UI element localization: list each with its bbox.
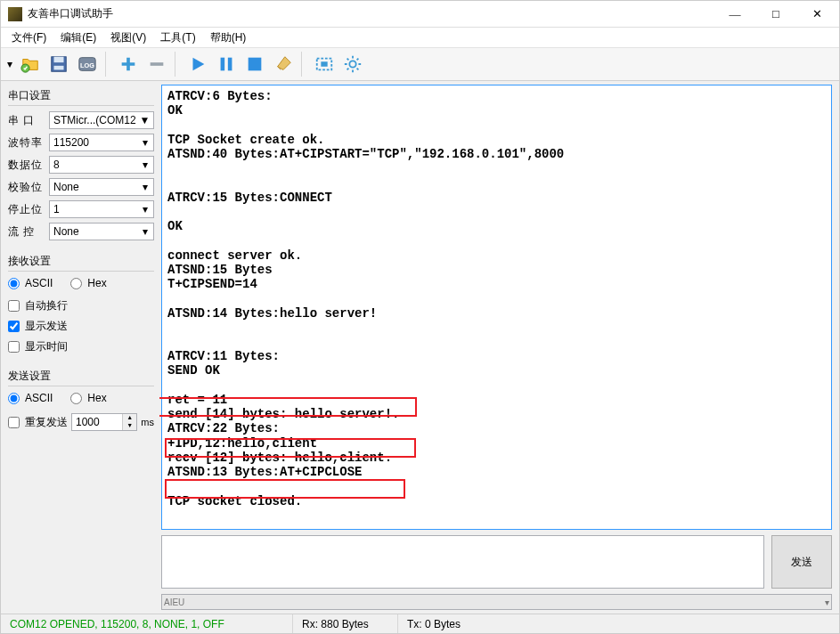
svg-rect-10	[321, 61, 327, 67]
menu-file[interactable]: 文件(F)	[4, 28, 53, 47]
plus-button[interactable]	[115, 51, 142, 77]
interval-spinner[interactable]: 1000 ▲▼	[71, 413, 137, 431]
log-button[interactable]: LOG	[74, 51, 101, 77]
databits-label: 数据位	[8, 158, 45, 173]
settings-button[interactable]	[339, 51, 366, 77]
svg-rect-2	[54, 57, 64, 62]
play-button[interactable]	[184, 51, 211, 77]
app-icon	[8, 7, 22, 21]
toolbar: ▾ LOG	[1, 47, 839, 81]
port-combo[interactable]: STMicr...(COM12▼	[49, 111, 154, 129]
send-hex-radio[interactable]: Hex	[70, 392, 106, 404]
parity-label: 校验位	[8, 180, 45, 195]
svg-rect-3	[54, 66, 64, 70]
send-group-title: 发送设置	[8, 369, 154, 384]
right-panel: ATRCV:6 Bytes: OK TCP Socket create ok. …	[159, 81, 839, 614]
menu-help[interactable]: 帮助(H)	[203, 28, 254, 47]
minimize-button[interactable]: —	[714, 1, 755, 28]
statusbar: COM12 OPENED, 115200, 8, NONE, 1, OFF Rx…	[1, 614, 839, 633]
svg-rect-8	[249, 58, 262, 71]
repeat-send-check[interactable]: 重复发送	[8, 415, 68, 430]
ms-label: ms	[141, 417, 154, 427]
output-textarea[interactable]: ATRCV:6 Bytes: OK TCP Socket create ok. …	[161, 85, 832, 530]
send-input[interactable]	[161, 535, 764, 589]
baud-label: 波特率	[8, 135, 45, 150]
svg-point-11	[349, 61, 355, 67]
status-rx: Rx: 880 Bytes	[293, 614, 398, 633]
stop-button[interactable]	[241, 51, 268, 77]
maximize-button[interactable]: □	[755, 1, 796, 28]
port-label: 串 口	[8, 113, 45, 128]
menu-view[interactable]: 视图(V)	[103, 28, 153, 47]
stopbits-label: 停止位	[8, 202, 45, 217]
main-area: 串口设置 串 口 STMicr...(COM12▼ 波特率 115200▾ 数据…	[1, 81, 839, 614]
autowrap-check[interactable]: 自动换行	[8, 298, 154, 313]
flow-label: 流 控	[8, 224, 45, 240]
clear-button[interactable]	[270, 51, 297, 77]
recv-ascii-radio[interactable]: ASCII	[8, 277, 53, 289]
showtime-check[interactable]: 显示时间	[8, 339, 154, 354]
serial-group-title: 串口设置	[8, 88, 154, 103]
menu-edit[interactable]: 编辑(E)	[53, 28, 103, 47]
svg-rect-7	[228, 58, 232, 71]
svg-rect-6	[221, 58, 225, 71]
status-tx: Tx: 0 Bytes	[398, 614, 469, 633]
status-connection: COM12 OPENED, 115200, 8, NONE, 1, OFF	[1, 614, 293, 633]
window-title: 友善串口调试助手	[28, 6, 714, 21]
recv-group-title: 接收设置	[8, 254, 154, 269]
flow-combo[interactable]: None▾	[49, 223, 154, 240]
pause-button[interactable]	[213, 51, 240, 77]
window-button[interactable]	[311, 51, 338, 77]
titlebar: 友善串口调试助手 — □ ✕	[1, 1, 839, 28]
toolbar-chevron[interactable]: ▾	[4, 58, 15, 70]
minus-button[interactable]	[143, 51, 170, 77]
databits-combo[interactable]: 8▾	[49, 156, 154, 174]
open-folder-button[interactable]	[17, 51, 44, 77]
menu-tools[interactable]: 工具(T)	[153, 28, 202, 47]
recv-hex-radio[interactable]: Hex	[70, 277, 106, 289]
save-button[interactable]	[45, 51, 72, 77]
stopbits-combo[interactable]: 1▾	[49, 200, 154, 218]
left-panel: 串口设置 串 口 STMicr...(COM12▼ 波特率 115200▾ 数据…	[1, 81, 159, 614]
baud-combo[interactable]: 115200▾	[49, 134, 154, 151]
send-ascii-radio[interactable]: ASCII	[8, 392, 53, 404]
svg-text:LOG: LOG	[80, 61, 94, 69]
menubar: 文件(F) 编辑(E) 视图(V) 工具(T) 帮助(H)	[1, 28, 839, 47]
history-combo[interactable]: AIEU▾	[161, 594, 832, 610]
close-button[interactable]: ✕	[796, 1, 837, 28]
showsend-check[interactable]: 显示发送	[8, 319, 154, 334]
parity-combo[interactable]: None▾	[49, 178, 154, 196]
send-button[interactable]: 发送	[771, 535, 832, 589]
